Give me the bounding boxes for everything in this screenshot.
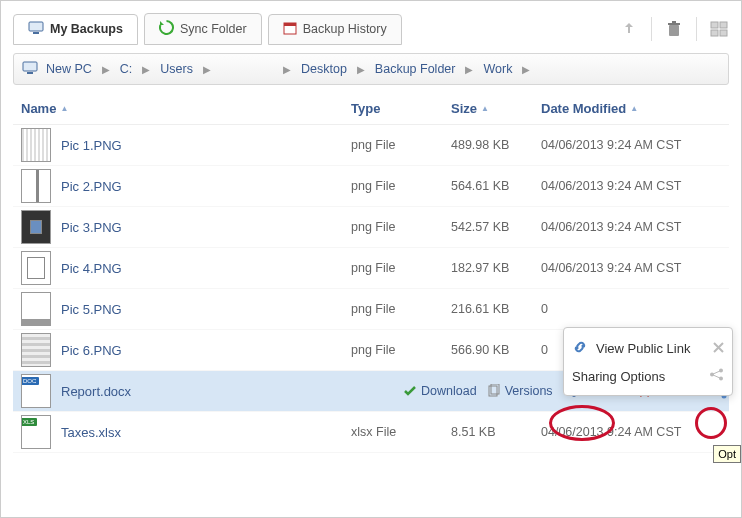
docx-icon: DOC: [21, 374, 51, 408]
table-row[interactable]: Pic 4.PNG png File 182.97 KB 04/06/2013 …: [13, 248, 729, 289]
file-name: Pic 5.PNG: [61, 302, 122, 317]
file-size: 182.97 KB: [451, 261, 541, 275]
file-size: 566.90 KB: [451, 343, 541, 357]
svg-rect-4: [669, 25, 679, 36]
breadcrumb: New PC ▶ C: ▶ Users ▶ ▶ Desktop ▶ Backup…: [13, 53, 729, 85]
file-date: 04/06/2013 9:24 AM CST: [541, 261, 721, 275]
sort-asc-icon: ▲: [630, 104, 638, 113]
crumb-blank[interactable]: [217, 67, 277, 71]
file-name: Pic 3.PNG: [61, 220, 122, 235]
col-header-type[interactable]: Type: [351, 101, 451, 116]
xlsx-icon: XLS: [21, 415, 51, 449]
table-header: Name ▲ Type Size ▲ Date Modified ▲: [13, 95, 729, 125]
chevron-right-icon: ▶: [520, 64, 532, 75]
file-date: 04/06/2013 9:24 AM CST: [541, 179, 721, 193]
file-size: 489.98 KB: [451, 138, 541, 152]
table-row[interactable]: Pic 2.PNG png File 564.61 KB 04/06/2013 …: [13, 166, 729, 207]
file-thumb-icon: [21, 128, 51, 162]
file-name: Pic 2.PNG: [61, 179, 122, 194]
col-header-date[interactable]: Date Modified ▲: [541, 101, 721, 116]
file-type: png File: [351, 302, 451, 316]
view-public-link-button[interactable]: View Public Link: [572, 334, 724, 363]
svg-rect-1: [33, 32, 39, 34]
svg-rect-5: [668, 23, 680, 25]
svg-rect-11: [23, 62, 37, 71]
tab-label: Backup History: [303, 22, 387, 36]
crumb-work[interactable]: Work: [479, 60, 516, 78]
chevron-right-icon: ▶: [201, 64, 213, 75]
file-size: 542.57 KB: [451, 220, 541, 234]
tooltip: Opt: [713, 445, 741, 463]
sync-icon: [159, 20, 174, 38]
file-date: 04/06/2013 9:24 AM CST: [541, 220, 721, 234]
copy-icon: [487, 384, 501, 398]
crumb-users[interactable]: Users: [156, 60, 197, 78]
trash-icon[interactable]: [664, 19, 684, 39]
link-icon: [572, 339, 588, 358]
share-popup: View Public Link Sharing Options: [563, 327, 733, 396]
tab-backup-history[interactable]: Backup History: [268, 14, 402, 45]
file-date: 04/06/2013 9:24 AM CST: [541, 138, 721, 152]
table-row[interactable]: XLS Taxes.xlsx xlsx File 8.51 KB 04/06/2…: [13, 412, 729, 453]
computer-icon: [28, 21, 44, 38]
check-icon: [403, 384, 417, 398]
grid-view-icon[interactable]: [709, 19, 729, 39]
file-size: 564.61 KB: [451, 179, 541, 193]
col-header-name[interactable]: Name ▲: [21, 101, 351, 116]
file-name: Report.docx: [61, 384, 131, 399]
upload-icon[interactable]: [619, 19, 639, 39]
crumb-backup-folder[interactable]: Backup Folder: [371, 60, 460, 78]
file-name: Pic 1.PNG: [61, 138, 122, 153]
file-size: 8.51 KB: [451, 425, 541, 439]
svg-rect-10: [720, 30, 727, 36]
file-type: png File: [351, 220, 451, 234]
file-name: Taxes.xlsx: [61, 425, 121, 440]
file-type: png File: [351, 261, 451, 275]
chevron-right-icon: ▶: [463, 64, 475, 75]
table-row[interactable]: Pic 5.PNG png File 216.61 KB 0: [13, 289, 729, 330]
crumb-desktop[interactable]: Desktop: [297, 60, 351, 78]
file-type: png File: [351, 179, 451, 193]
svg-rect-6: [672, 21, 676, 23]
file-size: 216.61 KB: [451, 302, 541, 316]
svg-rect-12: [27, 72, 33, 74]
tab-label: Sync Folder: [180, 22, 247, 36]
calendar-icon: [283, 21, 297, 38]
versions-button[interactable]: Versions: [487, 384, 553, 398]
file-type: png File: [351, 138, 451, 152]
tabs-bar: My Backups Sync Folder Backup History: [13, 11, 729, 47]
file-date: 0: [541, 302, 721, 316]
sort-asc-icon: ▲: [60, 104, 68, 113]
file-thumb-icon: [21, 251, 51, 285]
svg-rect-0: [29, 22, 43, 31]
file-thumb-icon: [21, 210, 51, 244]
share-icon: [709, 368, 724, 384]
crumb-new-pc[interactable]: New PC: [42, 60, 96, 78]
file-list: Pic 1.PNG png File 489.98 KB 04/06/2013 …: [13, 125, 729, 453]
tab-sync-folder[interactable]: Sync Folder: [144, 13, 262, 45]
close-icon[interactable]: [713, 341, 724, 356]
col-header-size[interactable]: Size ▲: [451, 101, 541, 116]
chevron-right-icon: ▶: [281, 64, 293, 75]
tab-label: My Backups: [50, 22, 123, 36]
sharing-options-button[interactable]: Sharing Options: [572, 363, 724, 389]
file-type: xlsx File: [351, 425, 451, 439]
svg-rect-3: [284, 23, 296, 26]
chevron-right-icon: ▶: [355, 64, 367, 75]
crumb-c[interactable]: C:: [116, 60, 137, 78]
tab-my-backups[interactable]: My Backups: [13, 14, 138, 45]
file-thumb-icon: [21, 169, 51, 203]
file-date: 04/06/2013 9:24 AM CST: [541, 425, 721, 439]
file-thumb-icon: [21, 292, 51, 326]
table-row[interactable]: Pic 3.PNG png File 542.57 KB 04/06/2013 …: [13, 207, 729, 248]
sort-asc-icon: ▲: [481, 104, 489, 113]
chevron-right-icon: ▶: [140, 64, 152, 75]
computer-icon: [22, 61, 38, 78]
download-button[interactable]: Download: [403, 384, 477, 398]
file-type: png File: [351, 343, 451, 357]
file-thumb-icon: [21, 333, 51, 367]
svg-rect-7: [711, 22, 718, 28]
svg-rect-9: [711, 30, 718, 36]
table-row[interactable]: Pic 1.PNG png File 489.98 KB 04/06/2013 …: [13, 125, 729, 166]
file-name: Pic 4.PNG: [61, 261, 122, 276]
